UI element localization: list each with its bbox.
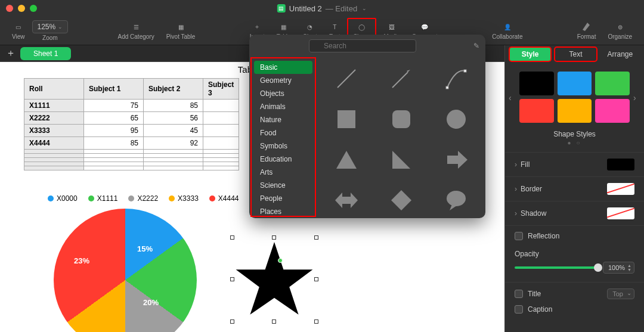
table-row[interactable]	[24, 154, 239, 158]
border-row[interactable]: ›Border	[505, 176, 644, 201]
col-header[interactable]: Subject 3	[203, 79, 239, 100]
border-style-well[interactable]	[607, 183, 634, 195]
add-category-button[interactable]: ☰ Add Category	[113, 18, 159, 44]
category-food[interactable]: Food	[254, 126, 312, 139]
document-title[interactable]: Untitled 2	[289, 4, 322, 13]
title-checkbox[interactable]	[515, 290, 523, 298]
col-header[interactable]: Subject 2	[144, 79, 203, 100]
category-basic[interactable]: Basic	[254, 61, 312, 74]
shape-double-arrow[interactable]	[322, 185, 371, 216]
shape-square[interactable]	[322, 104, 371, 135]
category-geometry[interactable]: Geometry	[254, 74, 312, 87]
shape-search-input[interactable]	[309, 39, 416, 52]
legend-item: X4444	[209, 194, 239, 203]
disclosure-icon: ›	[515, 185, 517, 193]
fill-color-well[interactable]	[607, 159, 634, 170]
shape-triangle[interactable]	[322, 144, 371, 175]
pie-chart[interactable]: 15% 20% 23%	[54, 209, 197, 316]
view-label: View	[12, 33, 25, 40]
close-window-button[interactable]	[6, 5, 13, 12]
table-row[interactable]	[24, 158, 239, 162]
edit-shapes-button[interactable]: ✎	[473, 42, 479, 50]
shape-curve[interactable]	[432, 63, 481, 94]
style-swatch[interactable]	[519, 99, 554, 123]
fill-row[interactable]: ›Fill	[505, 152, 644, 176]
selected-star-shape[interactable]	[233, 238, 316, 321]
add-sheet-button[interactable]: ＋	[5, 48, 17, 60]
shape-speech-bubble[interactable]	[432, 185, 481, 216]
style-swatch[interactable]	[595, 72, 630, 95]
document-icon: ▤	[277, 4, 286, 13]
table-row[interactable]	[24, 162, 239, 166]
organize-button[interactable]: ⊚ Organize	[603, 18, 637, 44]
shape-diamond[interactable]	[377, 185, 426, 216]
table-row[interactable]: X11117585	[24, 100, 239, 112]
style-swatch[interactable]	[558, 99, 592, 123]
styles-prev-button[interactable]: ‹	[509, 93, 516, 103]
shape-right-triangle[interactable]	[377, 144, 426, 175]
category-places[interactable]: Places	[254, 205, 312, 217]
shape-category-list[interactable]: Basic Geometry Objects Animals Nature Fo…	[250, 57, 316, 217]
svg-line-1	[338, 70, 355, 88]
opacity-stepper[interactable]: ▲▼	[627, 263, 631, 272]
category-arts[interactable]: Arts	[254, 166, 312, 179]
shape-line[interactable]	[322, 63, 371, 94]
data-table[interactable]: Roll Subject 1 Subject 2 Subject 3 X1111…	[24, 78, 239, 170]
caption-checkbox[interactable]	[515, 305, 523, 314]
view-button[interactable]: ▭ View	[7, 18, 30, 44]
view-icon: ▭	[13, 21, 24, 32]
caption-row: Caption	[505, 305, 644, 319]
style-swatch[interactable]	[519, 72, 554, 95]
shape-circle[interactable]	[432, 104, 481, 135]
legend-item: X2222	[128, 194, 158, 203]
disclosure-icon: ›	[515, 160, 517, 169]
shape-arrow-right[interactable]	[432, 144, 481, 175]
category-science[interactable]: Science	[254, 179, 312, 192]
inspector-tab-style[interactable]: Style	[509, 46, 552, 62]
star-point-handle[interactable]	[278, 258, 283, 263]
opacity-value-field[interactable]: 100% ▲▼	[603, 262, 634, 274]
format-inspector: Style Text Arrange ‹ › Shape Styles ● ○ …	[504, 45, 644, 332]
title-chevron-icon[interactable]: ⌄	[362, 5, 367, 11]
shape-arrow-line[interactable]	[377, 63, 426, 94]
pivot-table-label: Pivot Table	[166, 33, 196, 40]
collaborate-button[interactable]: 👤 Collaborate	[487, 18, 527, 44]
table-row[interactable]: X22226556	[24, 112, 239, 125]
shape-rounded-square[interactable]	[377, 104, 426, 135]
category-education[interactable]: Education	[254, 153, 312, 166]
category-symbols[interactable]: Symbols	[254, 139, 312, 153]
shadow-row[interactable]: ›Shadow	[505, 201, 644, 225]
table-row[interactable]: X44448592	[24, 137, 239, 150]
opacity-slider[interactable]	[515, 266, 598, 269]
shape-popover: 🔍 ✎ Basic Geometry Objects Animals Natur…	[249, 35, 485, 218]
col-header[interactable]: Roll	[24, 79, 84, 100]
sheet-tab-1[interactable]: Sheet 1	[20, 47, 71, 60]
page-dots[interactable]: ● ○	[505, 139, 644, 146]
insert-icon: ＋	[252, 21, 262, 32]
opacity-section: Opacity 100% ▲▼	[505, 246, 644, 282]
inspector-tab-text[interactable]: Text	[554, 46, 597, 62]
styles-next-button[interactable]: ›	[633, 93, 640, 103]
fullscreen-window-button[interactable]	[30, 5, 37, 12]
format-icon	[581, 21, 592, 32]
style-swatch[interactable]	[595, 99, 630, 123]
table-row[interactable]: X33339545	[24, 125, 239, 137]
inspector-tab-arrange[interactable]: Arrange	[600, 48, 640, 61]
media-icon: 🖼	[386, 21, 397, 32]
shape-styles-label: Shape Styles	[505, 130, 644, 138]
pivot-table-button[interactable]: ▦ Pivot Table	[162, 18, 200, 44]
minimize-window-button[interactable]	[18, 5, 25, 12]
col-header[interactable]: Subject 1	[84, 79, 144, 100]
shadow-style-well[interactable]	[607, 207, 634, 219]
reflection-checkbox[interactable]	[515, 232, 523, 240]
format-button[interactable]: Format	[572, 18, 601, 44]
category-people[interactable]: People	[254, 192, 312, 205]
title-position-dropdown[interactable]: Top	[607, 288, 634, 299]
table-row[interactable]	[24, 166, 239, 170]
style-swatch[interactable]	[558, 72, 592, 95]
table-row[interactable]	[24, 150, 239, 154]
category-objects[interactable]: Objects	[254, 87, 312, 100]
category-animals[interactable]: Animals	[254, 100, 312, 113]
zoom-control[interactable]: 125% ⌄	[32, 20, 69, 33]
category-nature[interactable]: Nature	[254, 113, 312, 126]
